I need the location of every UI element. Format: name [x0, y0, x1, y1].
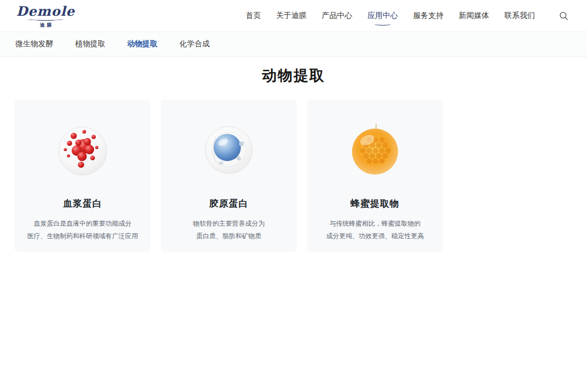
card-description-line1: 与传统蜂蜜相比，蜂蜜提取物的: [307, 217, 443, 230]
active-nav-swoosh-underline: [374, 23, 391, 26]
top-header: Demole 迪膜 首页 关于迪膜 产品中心 应用中心 服务支持 新闻媒体 联系…: [0, 0, 587, 32]
search-icon[interactable]: [559, 11, 569, 21]
card-plasma-protein[interactable]: 血浆蛋白 血浆蛋白是血液中的重要功能成分 医疗、生物制药和科研领域有广泛应用: [15, 99, 151, 252]
nav-item-applications-label: 应用中心: [367, 11, 398, 20]
brand-name-chinese: 迪膜: [38, 22, 54, 29]
subnav-item-plant-extraction[interactable]: 植物提取: [75, 39, 105, 49]
nav-item-contact[interactable]: 联系我们: [504, 11, 535, 21]
card-title: 胶原蛋白: [161, 197, 297, 210]
page-title: 动物提取: [0, 66, 587, 85]
card-description-line2: 成分更纯、功效更强、稳定性更高: [307, 230, 443, 242]
card-title: 蜂蜜提取物: [307, 197, 443, 210]
category-subnav: 微生物发酵 植物提取 动物提取 化学合成: [0, 32, 587, 57]
card-honey-extract[interactable]: 蜂蜜提取物 与传统蜂蜜相比，蜂蜜提取物的 成分更纯、功效更强、稳定性更高: [307, 99, 443, 252]
card-description-line1: 血浆蛋白是血液中的重要功能成分: [15, 217, 151, 230]
card-title: 血浆蛋白: [15, 197, 151, 210]
brand-name: Demole: [16, 5, 75, 18]
subnav-item-animal-extraction[interactable]: 动物提取: [127, 39, 158, 49]
card-grid: 血浆蛋白 血浆蛋白是血液中的重要功能成分 医疗、生物制药和科研领域有广泛应用: [15, 99, 587, 252]
logo-swoosh-underline: [28, 17, 64, 21]
nav-item-news[interactable]: 新闻媒体: [459, 11, 489, 21]
honey-sphere-image: [346, 121, 404, 179]
card-collagen[interactable]: 胶原蛋白 物软骨的主要营养成分为 蛋白质、脂肪和矿物质: [161, 99, 297, 252]
collagen-sphere-image: [200, 121, 258, 179]
subnav-item-chemical-synthesis[interactable]: 化学合成: [179, 39, 210, 49]
nav-item-applications[interactable]: 应用中心: [367, 11, 398, 21]
card-description: 物软骨的主要营养成分为 蛋白质、脂肪和矿物质: [161, 217, 297, 242]
card-description-line2: 蛋白质、脂肪和矿物质: [161, 230, 297, 242]
card-description-line1: 物软骨的主要营养成分为: [161, 217, 297, 230]
nav-item-products[interactable]: 产品中心: [322, 11, 352, 21]
brand-logo[interactable]: Demole 迪膜: [16, 3, 75, 29]
card-description-line2: 医疗、生物制药和科研领域有广泛应用: [15, 230, 151, 242]
nav-item-support[interactable]: 服务支持: [413, 11, 444, 21]
card-description: 血浆蛋白是血液中的重要功能成分 医疗、生物制药和科研领域有广泛应用: [15, 217, 151, 242]
nav-item-home[interactable]: 首页: [246, 11, 261, 21]
plasma-protein-sphere-image: [54, 121, 111, 179]
card-description: 与传统蜂蜜相比，蜂蜜提取物的 成分更纯、功效更强、稳定性更高: [307, 217, 443, 242]
main-nav: 首页 关于迪膜 产品中心 应用中心 服务支持 新闻媒体 联系我们: [246, 11, 569, 21]
subnav-item-microbial-fermentation[interactable]: 微生物发酵: [15, 39, 53, 49]
nav-item-about[interactable]: 关于迪膜: [276, 11, 307, 21]
